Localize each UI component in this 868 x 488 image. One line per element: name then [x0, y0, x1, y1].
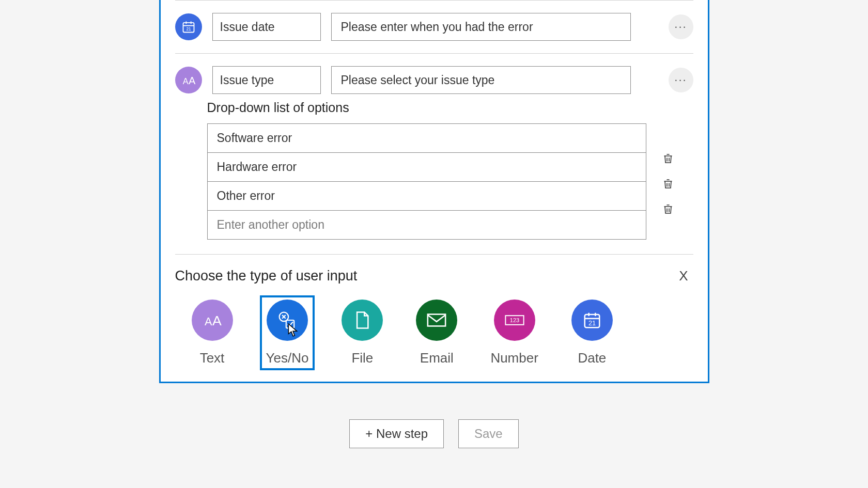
svg-rect-13: [428, 314, 445, 326]
file-icon: [342, 300, 383, 341]
input-title-type[interactable]: [212, 66, 321, 94]
trash-icon[interactable]: [661, 177, 675, 192]
option-item[interactable]: Other error: [208, 182, 646, 211]
text-icon: AA: [192, 300, 233, 341]
input-row-date: 21 ···: [161, 1, 708, 53]
type-label: Date: [578, 350, 606, 366]
yesno-icon: [267, 300, 308, 341]
save-button[interactable]: Save: [458, 419, 519, 448]
svg-text:A: A: [205, 315, 212, 328]
svg-rect-12: [286, 320, 294, 328]
input-placeholder-date[interactable]: [331, 13, 631, 41]
input-type-file[interactable]: File: [335, 295, 389, 370]
dropdown-label: Drop-down list of options: [207, 100, 693, 115]
new-step-button[interactable]: + New step: [349, 419, 444, 448]
input-type-email[interactable]: Email: [410, 295, 463, 370]
option-item[interactable]: Hardware error: [208, 153, 646, 182]
svg-text:123: 123: [509, 317, 519, 323]
trash-icon[interactable]: [661, 152, 675, 166]
option-list: Software error Hardware error Other erro…: [207, 123, 646, 240]
option-item[interactable]: Software error: [208, 124, 646, 153]
input-type-yesno[interactable]: Yes/No: [260, 295, 315, 370]
number-icon: 123: [494, 300, 535, 341]
choose-title: Choose the type of user input: [175, 268, 358, 284]
input-type-number[interactable]: 123 Number: [484, 295, 544, 370]
text-icon: AA: [175, 67, 202, 93]
svg-text:A: A: [189, 75, 196, 86]
flow-trigger-card: 21 ··· AA ··· Drop-down list of options …: [159, 0, 709, 383]
trash-column: [661, 147, 675, 217]
input-title-date[interactable]: [212, 13, 321, 41]
footer-actions: + New step Save: [349, 419, 518, 448]
type-label: File: [351, 350, 373, 366]
trash-icon[interactable]: [661, 202, 675, 217]
email-icon: [416, 300, 457, 341]
input-placeholder-type[interactable]: [331, 66, 631, 94]
type-label: Text: [200, 350, 225, 366]
svg-text:A: A: [182, 76, 188, 86]
input-type-date[interactable]: 21 Date: [565, 295, 619, 370]
svg-text:A: A: [212, 313, 222, 328]
svg-text:21: 21: [186, 27, 191, 32]
calendar-icon: 21: [175, 13, 202, 40]
dropdown-section: Drop-down list of options Software error…: [161, 100, 708, 254]
type-label: Number: [490, 350, 538, 366]
calendar-icon: 21: [571, 300, 613, 341]
input-row-type: AA ···: [161, 54, 708, 100]
input-type-text[interactable]: AA Text: [185, 295, 239, 370]
option-add[interactable]: Enter another option: [208, 211, 646, 239]
type-label: Yes/No: [266, 350, 309, 366]
close-icon[interactable]: X: [674, 266, 693, 286]
choose-input-type-section: Choose the type of user input X AA Text: [161, 255, 708, 382]
more-menu-type[interactable]: ···: [669, 68, 693, 92]
svg-text:21: 21: [588, 320, 596, 327]
input-type-row: AA Text Yes/No: [175, 295, 693, 370]
type-label: Email: [420, 350, 454, 366]
more-menu-date[interactable]: ···: [669, 14, 693, 39]
